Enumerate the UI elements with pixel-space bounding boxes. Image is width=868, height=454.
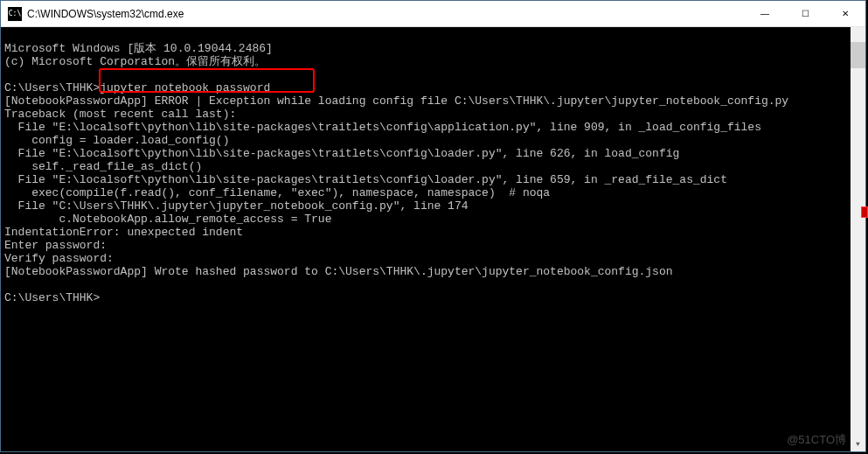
- console-line: [NotebookPasswordApp] Wrote hashed passw…: [4, 265, 673, 278]
- console-line: C:\Users\THHK>jupyter notebook password: [4, 81, 270, 94]
- console-line: File "E:\localsoft\python\lib\site-packa…: [4, 147, 679, 160]
- side-marker: [861, 206, 868, 218]
- console-line: File "E:\localsoft\python\lib\site-packa…: [4, 173, 727, 186]
- console-line: exec(compile(f.read(), conf_filename, "e…: [4, 186, 550, 199]
- console-line: Verify password:: [4, 252, 114, 265]
- close-button[interactable]: ✕: [825, 1, 865, 26]
- minimize-button[interactable]: —: [745, 1, 785, 26]
- console-line: Enter password:: [4, 239, 107, 252]
- maximize-button[interactable]: ☐: [785, 1, 825, 26]
- console-line: Microsoft Windows [版本 10.0.19044.2486]: [4, 42, 273, 55]
- console-line: File "C:\Users\THHK\.jupyter\jupyter_not…: [4, 199, 469, 213]
- console-line: [NotebookPasswordApp] ERROR | Exception …: [4, 94, 788, 108]
- cmd-window: C:\ C:\WINDOWS\system32\cmd.exe — ☐ ✕ Mi…: [0, 0, 866, 452]
- console-line: File "E:\localsoft\python\lib\site-packa…: [4, 121, 761, 134]
- console-line: self._read_file_as_dict(): [4, 160, 202, 173]
- window-controls: — ☐ ✕: [745, 1, 865, 26]
- console-line: config = loader.load_config(): [4, 134, 229, 147]
- scrollbar[interactable]: ▲ ▼: [851, 27, 865, 451]
- cmd-icon: C:\: [8, 7, 22, 21]
- titlebar[interactable]: C:\ C:\WINDOWS\system32\cmd.exe — ☐ ✕: [1, 1, 865, 27]
- console-line: (c) Microsoft Corporation。保留所有权利。: [4, 55, 266, 68]
- scroll-thumb[interactable]: [851, 42, 865, 68]
- console-line: IndentationError: unexpected indent: [4, 226, 243, 239]
- console-area[interactable]: Microsoft Windows [版本 10.0.19044.2486] (…: [1, 27, 865, 451]
- scroll-down-icon[interactable]: ▼: [851, 437, 865, 451]
- console-line: Traceback (most recent call last):: [4, 108, 236, 121]
- window-title: C:\WINDOWS\system32\cmd.exe: [27, 8, 745, 20]
- console-line: c.NotebookApp.allow_remote_access = True: [4, 213, 331, 226]
- console-line: C:\Users\THHK>: [4, 291, 100, 304]
- watermark-text: @51CTO博: [787, 433, 846, 446]
